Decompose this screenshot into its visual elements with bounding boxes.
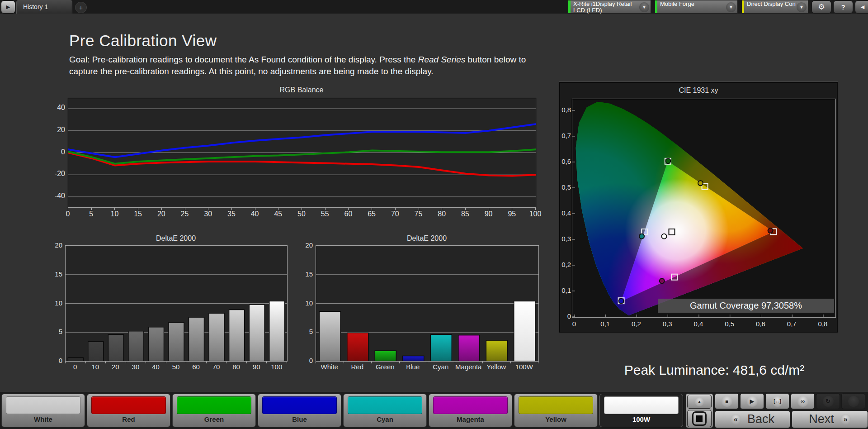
top-bar: ▶ History 1 + X-Rite i1Display RetailLCD… [0, 0, 868, 14]
add-tab-button[interactable]: + [75, 2, 87, 13]
axis-label: 20 [152, 210, 170, 218]
axis-label: 15 [129, 210, 147, 218]
axis-label: 5 [45, 328, 62, 335]
collapse-left-button[interactable]: ▶ [1, 0, 15, 14]
axis-label: 50 [292, 210, 311, 218]
color-swatch [91, 396, 166, 414]
axis-label: 45 [269, 210, 287, 218]
sync-icon: ↻ [823, 396, 834, 407]
help-button[interactable]: ? [833, 0, 853, 14]
tab-history-1[interactable]: History 1 [16, 0, 72, 14]
pattern-button-green[interactable]: Green [172, 394, 256, 427]
measured-point-blue [619, 299, 624, 304]
axis-label: 55 [316, 210, 334, 218]
collapse-up-button[interactable]: ▲ [687, 395, 712, 409]
deltae-color-chart: DeltaE 2000 20151050WhiteRedGreenBlueCya… [296, 234, 549, 370]
chevrons-right-icon: » [840, 414, 851, 424]
axis-label: 25 [176, 210, 194, 218]
pattern-window-button[interactable] [687, 410, 712, 427]
chevron-down-icon[interactable]: ▼ [639, 2, 649, 12]
axis-label: 0,3 [554, 235, 571, 243]
pattern-button-label: Green [173, 415, 255, 423]
pattern-button-blue[interactable]: Blue [258, 394, 341, 427]
axis-label [395, 208, 396, 210]
axis-label: 0,6 [554, 157, 571, 165]
axis-label [372, 208, 372, 210]
continuous-button[interactable]: ∞ [791, 393, 815, 409]
stop-button[interactable]: ■ [715, 393, 739, 409]
next-button[interactable]: Next » [792, 410, 868, 428]
axis-label: 95 [503, 210, 521, 218]
back-button[interactable]: « Back [715, 410, 790, 428]
color-swatch [433, 396, 508, 414]
pattern-button-white[interactable]: White [1, 394, 85, 427]
pattern-button-label: Red [87, 415, 170, 423]
axis-label: 10 [105, 210, 123, 218]
read-series-emphasis: Read Series [418, 55, 466, 64]
axis-label [427, 362, 427, 363]
continuous-icon: ∞ [797, 396, 808, 407]
read-series-button[interactable]: [↔] [765, 393, 789, 409]
axis-label: 0,7 [554, 132, 571, 139]
measurement-transport-controls: ■▶[↔]∞↻ [715, 393, 865, 409]
pattern-button-magenta[interactable]: Magenta [429, 394, 512, 427]
axis-label: 90 [480, 210, 498, 218]
next-label: Next [809, 412, 834, 426]
window-frame-icon [692, 411, 707, 426]
axis-label [246, 362, 247, 363]
pattern-button-yellow[interactable]: Yellow [514, 394, 598, 427]
axis-label [208, 208, 208, 210]
axis-label: 10 [296, 299, 313, 307]
chart-title: CIE 1931 xy [560, 86, 837, 95]
measured-point-cyan [639, 234, 644, 239]
settings-button[interactable]: ⚙ [811, 0, 831, 14]
extra-icon [848, 396, 859, 407]
axis-label [185, 208, 185, 210]
pattern-button-label: White [2, 415, 85, 423]
axis-label: 85 [456, 210, 474, 218]
read-series-icon: [↔] [772, 396, 783, 407]
play-button[interactable]: ▶ [740, 393, 764, 409]
axis-label: 0 [554, 312, 571, 320]
deltae-grayscale-chart: DeltaE 2000 2015105001020304050607080901… [45, 234, 298, 370]
axis-label [419, 208, 419, 210]
axis-label [186, 362, 186, 363]
source-dropdown[interactable]: Mobile Forge ▼ [655, 0, 738, 14]
arrow-right-icon: ▶ [6, 4, 10, 10]
color-swatch [519, 396, 593, 414]
axis-label: 20 [45, 241, 62, 249]
pattern-button-cyan[interactable]: Cyan [343, 394, 427, 427]
cie-1931-plot [572, 99, 836, 318]
axis-label [482, 362, 483, 363]
axis-label: 0,7 [783, 320, 801, 328]
pattern-button-red[interactable]: Red [87, 394, 170, 427]
display-control-dropdown[interactable]: Direct Display Control ▼ [741, 0, 808, 14]
measured-point-red [768, 228, 773, 233]
plus-icon: + [79, 4, 83, 11]
axis-label [442, 208, 442, 210]
measured-point-yellow [698, 181, 703, 186]
pattern-button-100w[interactable]: 100W [599, 394, 683, 427]
back-label: Back [747, 412, 774, 426]
axis-label: 0,1 [554, 286, 571, 294]
meter-dropdown[interactable]: X-Rite i1Display RetailLCD (LED) ▼ [568, 0, 651, 14]
rgb-balance-chart: RGB Balance 40200-20-4005101520253035404… [48, 86, 545, 222]
meter-status-indicator [568, 0, 571, 13]
axis-label: -20 [48, 170, 65, 178]
play-icon: ▶ [747, 396, 758, 407]
color-swatch [262, 396, 337, 414]
collapse-right-button[interactable]: ◀ [855, 0, 868, 14]
measured-point-white [662, 234, 667, 239]
axis-label: 20 [296, 241, 313, 249]
tab-label: History 1 [23, 3, 48, 10]
axis-label: 100 [259, 363, 295, 371]
axis-label [535, 208, 536, 210]
chevron-down-icon[interactable]: ▼ [726, 2, 736, 12]
axis-label [512, 208, 512, 210]
axis-label: 80 [433, 210, 451, 218]
chart-title: RGB Balance [68, 86, 535, 94]
chevron-down-icon[interactable]: ▼ [797, 2, 807, 12]
axis-label: 40 [48, 104, 65, 112]
axis-label [489, 208, 489, 210]
axis-label: 100W [506, 363, 542, 371]
